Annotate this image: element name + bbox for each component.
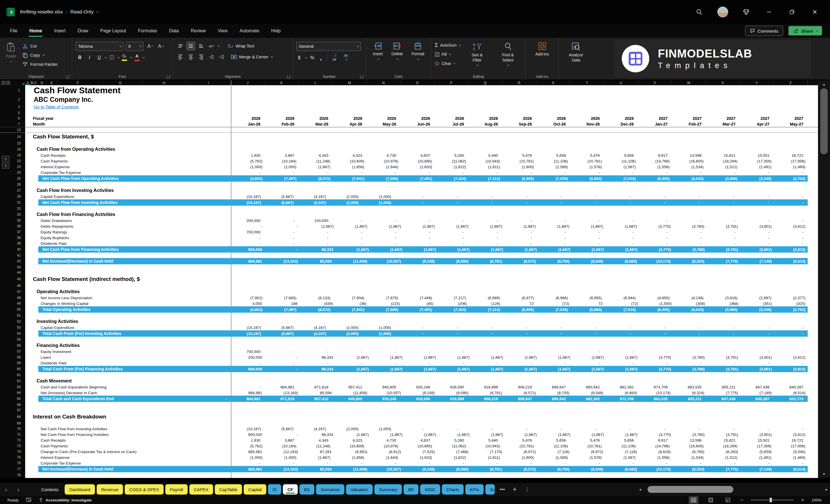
data-cell[interactable]: (16,605) — [672, 159, 706, 163]
data-cell[interactable]: (8,572) — [505, 391, 538, 395]
data-cell[interactable]: - — [435, 361, 469, 365]
data-cell[interactable]: 3,667 — [265, 438, 299, 442]
sheet-tab-cogs-opex[interactable]: COGS & OPEX — [125, 484, 164, 495]
data-cell[interactable]: 4,837 — [401, 153, 435, 158]
data-cell[interactable]: - — [739, 427, 773, 431]
row-header-72[interactable]: 72 — [12, 437, 25, 443]
data-cell[interactable]: - — [740, 361, 774, 365]
delete-cells-button[interactable]: Delete — [389, 41, 405, 73]
align-middle-button[interactable] — [187, 42, 195, 50]
data-cell[interactable]: (45) — [402, 302, 436, 306]
number-dialog-launcher[interactable] — [360, 75, 363, 78]
sheet-tab-kpis[interactable]: KPIs — [465, 484, 484, 495]
clipboard-dialog-launcher[interactable] — [66, 75, 69, 78]
data-cell[interactable]: (1,667) — [472, 355, 505, 359]
data-cell[interactable]: - — [706, 461, 740, 465]
column-header-P[interactable]: P — [435, 81, 469, 85]
zoom-in-button[interactable]: + — [801, 497, 804, 503]
data-cell[interactable]: (10,174) — [639, 391, 673, 395]
data-cell[interactable]: - — [367, 350, 401, 354]
data-cell[interactable]: 908,219 — [468, 397, 502, 401]
data-cell[interactable]: (7,941) — [332, 177, 367, 181]
data-cell[interactable]: 882,392 — [604, 385, 638, 389]
currency-format-button[interactable]: $ — [296, 54, 302, 62]
data-cell[interactable]: - — [468, 242, 502, 246]
data-cell[interactable]: (3,812) — [774, 224, 808, 228]
data-cell[interactable]: (3,791) — [707, 367, 740, 371]
data-cell[interactable]: (4,167) — [296, 427, 328, 431]
data-cell[interactable]: (8,912) — [370, 450, 403, 454]
row-label[interactable] — [25, 472, 231, 478]
row-label[interactable]: Cash Flow from Investing Activities — [25, 187, 231, 194]
sheet-tab-bs[interactable]: BS — [299, 484, 314, 495]
data-cell[interactable]: (10,781) — [570, 159, 604, 163]
row-header-6[interactable]: 6 — [12, 116, 25, 121]
data-cell[interactable]: (10,167) — [231, 200, 263, 205]
data-cell[interactable]: (1,667) — [573, 433, 606, 437]
data-cell[interactable]: (9,158) — [403, 467, 437, 471]
data-cell[interactable]: (14,766) — [638, 159, 672, 163]
data-cell[interactable]: 2026 — [435, 116, 469, 121]
data-cell[interactable]: - — [774, 219, 808, 223]
data-cell[interactable]: (3,985) — [706, 308, 740, 312]
data-cell[interactable]: (2,000) — [328, 194, 361, 199]
row-header-59[interactable]: 59 — [12, 360, 25, 366]
data-cell[interactable]: (11,248) — [298, 444, 332, 448]
data-cell[interactable]: - — [739, 325, 773, 330]
row-header-24[interactable]: 24 — [12, 169, 25, 175]
data-cell[interactable]: (8,324) — [673, 391, 707, 395]
data-cell[interactable]: (7,114) — [468, 177, 502, 181]
data-cell[interactable]: (7,525) — [403, 450, 437, 454]
data-cell[interactable]: - — [393, 200, 428, 205]
data-cell[interactable]: - — [670, 427, 704, 431]
data-cell[interactable]: - — [706, 236, 740, 240]
data-cell[interactable]: May-26 — [367, 122, 401, 126]
data-cell[interactable]: (3,780) — [673, 247, 707, 252]
data-cell[interactable]: (1,491) — [740, 165, 774, 169]
horizontal-scrollbar[interactable]: ◂ ▸ — [639, 484, 828, 494]
row-header-61[interactable]: 61 — [12, 372, 25, 378]
data-cell[interactable]: - — [332, 350, 367, 354]
data-cell[interactable]: (3,791) — [707, 224, 740, 228]
menu-tab-formulas[interactable]: Formulas — [132, 24, 163, 38]
data-cell[interactable]: (6,790) — [673, 450, 707, 454]
data-cell[interactable]: 2026 — [332, 116, 367, 121]
data-cell[interactable]: (3,348) — [740, 177, 774, 181]
row-label[interactable]: Total Operating Activities — [38, 306, 231, 313]
row-label[interactable] — [25, 253, 231, 258]
data-cell[interactable]: (7,149) — [740, 259, 774, 263]
menu-tab-automate[interactable]: Automate — [234, 24, 265, 38]
decrease-decimal-button[interactable]: .00→0 — [341, 54, 350, 62]
row-label[interactable]: Cash Payments — [25, 158, 231, 164]
data-cell[interactable]: (5,667) — [263, 200, 296, 205]
data-cell[interactable]: 884,981 — [231, 397, 265, 401]
data-cell[interactable]: 5,476 — [570, 153, 604, 158]
row-header-53[interactable]: 53 — [12, 325, 25, 330]
row-header-55[interactable]: 55 — [12, 337, 25, 342]
row-header-27[interactable]: 27 — [12, 187, 25, 194]
data-cell[interactable]: (2,000) — [328, 325, 361, 330]
share-button[interactable]: Share — [788, 26, 823, 36]
data-cell[interactable]: 2026 — [231, 116, 265, 121]
data-cell[interactable]: 16,722 — [774, 153, 808, 158]
row-label[interactable] — [25, 420, 231, 426]
analyze-data-button[interactable]: Analyze Data — [562, 41, 590, 73]
row-label[interactable] — [25, 478, 231, 478]
data-cell[interactable]: (7,491) — [401, 177, 435, 181]
data-cell[interactable]: 85,594 — [300, 467, 336, 471]
sheet-tab-captable[interactable]: CapTable — [215, 484, 242, 495]
data-cell[interactable]: 4,323 — [332, 153, 367, 158]
data-cell[interactable]: (3,770) — [640, 367, 673, 371]
row-header-49[interactable]: 49 — [12, 301, 25, 306]
row-label[interactable]: Cash Movement — [25, 378, 231, 384]
data-cell[interactable]: (4,167) — [296, 194, 328, 199]
data-cell[interactable]: (3,770) — [640, 433, 673, 437]
menu-tab-help[interactable]: Help — [265, 24, 287, 38]
data-cell[interactable]: (1,667) — [437, 224, 471, 228]
data-cell[interactable]: (1,667) — [403, 224, 437, 228]
data-cell[interactable]: - — [502, 219, 536, 223]
data-cell[interactable]: (439) — [302, 302, 335, 306]
data-cell[interactable]: (1,667) — [572, 224, 605, 228]
row-header-42[interactable]: 42 — [12, 258, 25, 264]
data-cell[interactable]: (72) — [538, 302, 571, 306]
